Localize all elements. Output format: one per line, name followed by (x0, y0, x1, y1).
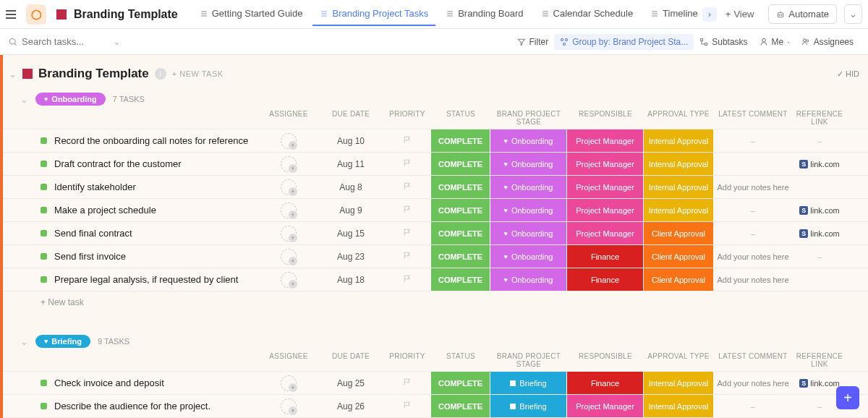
responsible-cell[interactable]: Project Manager (567, 153, 644, 175)
due-date-cell[interactable]: Aug 18 (318, 275, 383, 285)
approval-cell[interactable]: Internal Approval (644, 129, 713, 152)
due-date-cell[interactable]: Aug 25 (318, 378, 383, 388)
task-row[interactable]: Describe the audience for the project.Au… (3, 395, 868, 418)
priority-cell[interactable] (383, 158, 431, 169)
assignee-avatar[interactable] (281, 156, 297, 172)
comment-cell[interactable]: Add your notes here (713, 183, 793, 192)
task-row[interactable]: Record the onboarding call notes for ref… (3, 129, 868, 153)
assignee-avatar[interactable] (281, 249, 297, 265)
status-cell[interactable]: COMPLETE (431, 176, 490, 198)
create-task-fab[interactable]: + (836, 386, 859, 409)
responsible-cell[interactable]: Project Manager (567, 176, 644, 198)
approval-cell[interactable]: Internal Approval (644, 372, 713, 394)
stage-cell[interactable]: Briefing (490, 395, 567, 417)
assignee-avatar[interactable] (281, 179, 297, 195)
priority-cell[interactable] (383, 182, 431, 192)
status-cell[interactable]: COMPLETE (431, 372, 490, 394)
status-cell[interactable]: COMPLETE (431, 245, 490, 268)
priority-cell[interactable] (383, 251, 431, 262)
link-cell[interactable]: S link.com (793, 229, 846, 238)
collapse-stage-icon[interactable]: ⌄ (20, 94, 28, 105)
comment-cell[interactable]: – (713, 206, 793, 215)
due-date-cell[interactable]: Aug 15 (318, 229, 383, 239)
app-logo[interactable]: ◯ (26, 4, 46, 25)
assignee-avatar[interactable] (281, 202, 297, 218)
link-cell[interactable]: S link.com (793, 160, 846, 169)
task-status-icon[interactable] (41, 253, 47, 260)
approval-cell[interactable]: Client Approval (644, 268, 713, 291)
stage-cell[interactable]: ♥ Onboarding (490, 199, 567, 221)
task-status-icon[interactable] (41, 184, 47, 190)
link-cell[interactable]: S link.com (793, 206, 846, 215)
tab-branding-project-tasks[interactable]: Branding Project Tasks (312, 2, 435, 26)
status-cell[interactable]: COMPLETE (431, 153, 490, 175)
collapse-list-icon[interactable]: ⌄ (9, 69, 17, 80)
task-row[interactable]: Send final contractAug 15COMPLETE♥ Onboa… (3, 222, 868, 245)
responsible-cell[interactable]: Project Manager (567, 199, 644, 221)
more-options-button[interactable]: ⌄ (844, 4, 862, 24)
responsible-cell[interactable]: Project Manager (567, 395, 644, 417)
approval-cell[interactable]: Client Approval (644, 222, 713, 244)
due-date-cell[interactable]: Aug 26 (318, 401, 383, 411)
tab-calendar-schedule[interactable]: Calendar Schedule (534, 2, 641, 26)
priority-cell[interactable] (383, 378, 431, 388)
menu-icon[interactable] (6, 7, 20, 22)
task-status-icon[interactable] (41, 380, 47, 386)
assignees-button[interactable]: Assignees (796, 34, 859, 50)
tab-branding-board[interactable]: Branding Board (438, 2, 530, 26)
task-row[interactable]: Draft contract for the customerAug 11COM… (3, 153, 868, 176)
status-cell[interactable]: COMPLETE (431, 222, 490, 244)
automate-button[interactable]: Automate (768, 4, 837, 24)
status-cell[interactable]: COMPLETE (431, 395, 490, 417)
responsible-cell[interactable]: Project Manager (567, 222, 644, 244)
collapse-stage-icon[interactable]: ⌄ (20, 336, 28, 347)
status-cell[interactable]: COMPLETE (431, 129, 490, 152)
info-icon[interactable]: i (155, 68, 166, 80)
subtasks-button[interactable]: Subtasks (694, 34, 753, 50)
me-button[interactable]: Me · (754, 34, 796, 50)
task-row[interactable]: Prepare legal analysis, if requested by … (3, 268, 868, 291)
task-status-icon[interactable] (41, 137, 47, 144)
stage-pill[interactable]: ♥Briefing (35, 335, 90, 348)
assignee-avatar[interactable] (281, 226, 297, 242)
search-dropdown-icon[interactable]: ⌄ (113, 36, 121, 47)
due-date-cell[interactable]: Aug 9 (318, 205, 383, 216)
hide-button[interactable]: ✓ HID (837, 69, 859, 79)
due-date-cell[interactable]: Aug 10 (318, 136, 383, 146)
comment-cell[interactable]: – (713, 402, 793, 411)
responsible-cell[interactable]: Project Manager (567, 129, 644, 152)
responsible-cell[interactable]: Finance (567, 245, 644, 268)
tab-getting-started-guide[interactable]: Getting Started Guide (192, 2, 310, 26)
task-status-icon[interactable] (41, 207, 47, 213)
task-row[interactable]: Send first invoiceAug 23COMPLETE♥ Onboar… (3, 245, 868, 268)
new-task-button[interactable]: + New task (3, 291, 868, 313)
task-row[interactable]: Check invoice and depositAug 25COMPLETE … (3, 372, 868, 395)
tab-timeline[interactable]: Timeline (643, 2, 699, 26)
stage-cell[interactable]: ♥ Onboarding (490, 153, 567, 175)
stage-cell[interactable]: ♥ Onboarding (490, 222, 567, 244)
stage-cell[interactable]: ♥ Onboarding (490, 245, 567, 268)
status-cell[interactable]: COMPLETE (431, 268, 490, 291)
new-task-header-button[interactable]: + NEW TASK (172, 69, 224, 78)
approval-cell[interactable]: Client Approval (644, 245, 713, 268)
task-status-icon[interactable] (41, 230, 47, 236)
link-cell[interactable]: – (793, 137, 846, 145)
due-date-cell[interactable]: Aug 11 (318, 159, 383, 169)
comment-cell[interactable]: – (713, 229, 793, 238)
add-view-button[interactable]: + View (720, 6, 760, 22)
status-cell[interactable]: COMPLETE (431, 199, 490, 221)
comment-cell[interactable]: Add your notes here (713, 276, 793, 284)
comment-cell[interactable]: – (713, 137, 793, 145)
approval-cell[interactable]: Internal Approval (644, 176, 713, 198)
comment-cell[interactable]: Add your notes here (713, 379, 793, 388)
task-row[interactable]: Identify stakeholderAug 8COMPLETE♥ Onboa… (3, 176, 868, 199)
task-row[interactable]: Make a project scheduleAug 9COMPLETE♥ On… (3, 199, 868, 222)
due-date-cell[interactable]: Aug 23 (318, 252, 383, 262)
task-status-icon[interactable] (41, 276, 47, 283)
priority-cell[interactable] (383, 205, 431, 216)
priority-cell[interactable] (383, 135, 431, 146)
task-status-icon[interactable] (41, 403, 47, 409)
assignee-avatar[interactable] (281, 272, 297, 288)
stage-pill[interactable]: ♥Onboarding (35, 93, 106, 106)
search-input[interactable] (22, 36, 109, 47)
